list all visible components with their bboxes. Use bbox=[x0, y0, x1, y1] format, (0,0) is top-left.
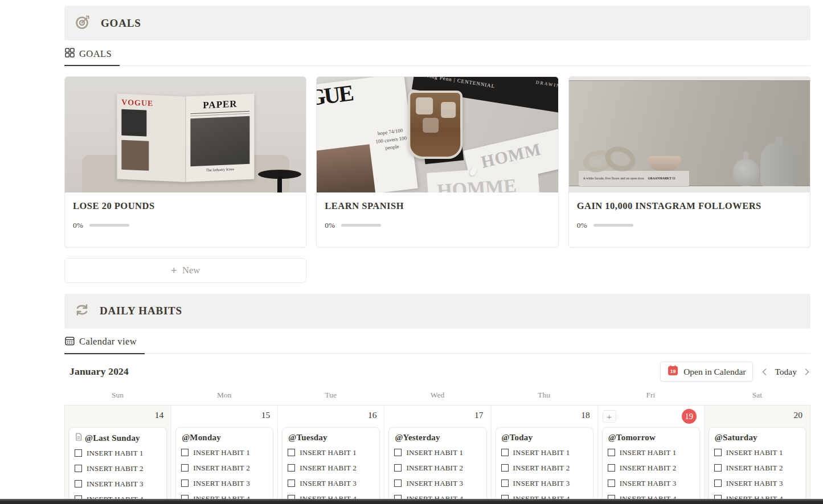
habit-row[interactable]: INSERT HABIT 1 bbox=[181, 445, 268, 460]
newspaper-shape: VOGUE PAPER The Industry Icons bbox=[117, 95, 254, 181]
habit-checkbox[interactable] bbox=[75, 465, 82, 472]
shelf-top-edge bbox=[569, 77, 810, 81]
habit-row[interactable]: INSERT HABIT 2 bbox=[501, 460, 588, 476]
habit-card-tomorrow[interactable]: @Tomorrow INSERT HABIT 1 INSERT HABIT 2 … bbox=[602, 427, 700, 504]
calendar-cell-sat-20[interactable]: 20 @Saturday INSERT HABIT 1 INSERT HABIT… bbox=[704, 405, 810, 504]
calendar-cell-sun-14[interactable]: 14 @Last Sunday INSERT HABIT 1 bbox=[64, 405, 171, 504]
chevron-right-icon[interactable] bbox=[804, 368, 810, 376]
habit-checkbox[interactable] bbox=[501, 480, 509, 487]
calendar-cell-fri-19[interactable]: + 19 @Tomorrow INSERT HABIT 1 INSERT HAB… bbox=[597, 405, 704, 504]
chain-sculpture-shape bbox=[602, 142, 638, 175]
habit-row[interactable]: INSERT HABIT 2 bbox=[75, 461, 162, 476]
vogue-masthead: VOGUE bbox=[121, 98, 181, 110]
habit-checkbox[interactable] bbox=[608, 449, 615, 456]
habit-row[interactable]: INSERT HABIT 3 bbox=[394, 476, 481, 491]
habit-row[interactable]: INSERT HABIT 1 bbox=[714, 445, 801, 460]
habit-checkbox[interactable] bbox=[714, 480, 722, 487]
habit-row[interactable]: INSERT HABIT 1 bbox=[75, 445, 162, 461]
goal-progress-bar bbox=[89, 224, 129, 227]
habit-row[interactable]: INSERT HABIT 3 bbox=[75, 476, 162, 491]
bottom-edge-bar bbox=[0, 499, 823, 504]
habit-row[interactable]: INSERT HABIT 2 bbox=[181, 460, 268, 476]
habit-row[interactable]: INSERT HABIT 3 bbox=[288, 476, 375, 491]
habit-checkbox[interactable] bbox=[181, 449, 189, 456]
homme-magazine: HOMME bbox=[427, 165, 539, 192]
habit-checkbox[interactable] bbox=[394, 449, 402, 456]
habit-checkbox[interactable] bbox=[501, 449, 509, 456]
habit-checkbox[interactable] bbox=[394, 480, 402, 487]
dow-label: Sat bbox=[704, 391, 810, 400]
date-number: 15 bbox=[261, 410, 271, 420]
habit-row[interactable]: INSERT HABIT 3 bbox=[608, 476, 695, 491]
habit-card-saturday[interactable]: @Saturday INSERT HABIT 1 INSERT HABIT 2 … bbox=[709, 427, 806, 504]
habit-card-last-sunday[interactable]: @Last Sunday INSERT HABIT 1 INSERT HABIT… bbox=[69, 427, 167, 504]
habit-checkbox[interactable] bbox=[288, 464, 295, 472]
tab-calendar-view[interactable]: Calendar view bbox=[64, 336, 145, 354]
dow-label: Wed bbox=[384, 391, 490, 400]
add-event-button[interactable]: + bbox=[603, 410, 616, 423]
goal-title: LOSE 20 POUNDS bbox=[73, 200, 298, 212]
iced-coffee-glass bbox=[408, 91, 462, 159]
habit-checkbox[interactable] bbox=[288, 449, 295, 456]
chevron-left-icon[interactable] bbox=[761, 368, 768, 376]
goals-section: GOALS GOALS bbox=[64, 6, 810, 283]
habit-row[interactable]: INSERT HABIT 1 bbox=[288, 445, 375, 460]
daily-habits-banner-title: DAILY HABITS bbox=[100, 305, 182, 317]
habit-row[interactable]: INSERT HABIT 3 bbox=[501, 476, 588, 491]
habit-row[interactable]: INSERT HABIT 3 bbox=[714, 476, 801, 491]
habit-card-yesterday[interactable]: @Yesterday INSERT HABIT 1 INSERT HABIT 2… bbox=[388, 427, 486, 504]
goals-banner-title: GOALS bbox=[101, 17, 141, 30]
goal-card-photo-flatlay: DRAWING Irving Penn | CENTENNIAL GUE hop… bbox=[317, 77, 558, 192]
habit-card-title: @Saturday bbox=[715, 433, 758, 442]
shelf-shape bbox=[569, 186, 810, 192]
habit-checkbox[interactable] bbox=[501, 464, 509, 472]
goal-card-lose-20-pounds[interactable]: VOGUE PAPER The Industry Icons bbox=[64, 76, 306, 248]
date-number: 18 bbox=[581, 410, 590, 420]
habit-row[interactable]: INSERT HABIT 2 bbox=[394, 460, 481, 476]
calendar-cell-wed-17[interactable]: 17 @Yesterday INSERT HABIT 1 INSERT HABI… bbox=[384, 405, 490, 504]
habit-checkbox[interactable] bbox=[714, 464, 722, 472]
habit-card-title: @Today bbox=[502, 433, 533, 442]
habit-card-title: @Tomorrow bbox=[608, 433, 656, 442]
habit-card-monday[interactable]: @Monday INSERT HABIT 1 INSERT HABIT 2 IN… bbox=[175, 427, 273, 504]
paper-caption: The Industry Icons bbox=[190, 166, 249, 173]
goal-progress: 0% bbox=[577, 221, 802, 230]
habit-card-title: @Last Sunday bbox=[85, 433, 140, 443]
habit-checkbox[interactable] bbox=[75, 480, 82, 487]
habit-row[interactable]: INSERT HABIT 3 bbox=[181, 476, 268, 491]
habit-row[interactable]: INSERT HABIT 2 bbox=[608, 460, 695, 476]
goal-title: LEARN SPANISH bbox=[325, 200, 550, 212]
habit-checkbox[interactable] bbox=[608, 464, 615, 472]
habit-row[interactable]: INSERT HABIT 1 bbox=[501, 445, 588, 460]
tab-goals-gallery[interactable]: GOALS bbox=[64, 48, 120, 66]
habit-row[interactable]: INSERT HABIT 1 bbox=[394, 445, 481, 460]
habit-card-today[interactable]: @Today INSERT HABIT 1 INSERT HABIT 2 INS… bbox=[496, 427, 593, 504]
red-calendar-19-icon: 19 bbox=[668, 365, 678, 378]
date-number: 20 bbox=[793, 410, 802, 420]
habit-checkbox[interactable] bbox=[394, 464, 402, 472]
open-in-calendar-button[interactable]: 19 Open in Calendar bbox=[660, 362, 753, 382]
habit-checkbox[interactable] bbox=[181, 464, 189, 472]
habit-row[interactable]: INSERT HABIT 2 bbox=[714, 460, 801, 476]
goal-progress-label: 0% bbox=[73, 221, 83, 230]
habit-checkbox[interactable] bbox=[288, 480, 295, 487]
flat-book-shape: A white facade, five floors and an open … bbox=[579, 171, 690, 186]
calendar-cell-tue-16[interactable]: 16 @Tuesday INSERT HABIT 1 INSERT HABIT … bbox=[277, 405, 384, 504]
habit-checkbox[interactable] bbox=[608, 480, 615, 487]
goal-card-gain-followers[interactable]: A white facade, five floors and an open … bbox=[568, 76, 810, 248]
new-goal-button[interactable]: + New bbox=[64, 258, 306, 283]
goal-card-learn-spanish[interactable]: DRAWING Irving Penn | CENTENNIAL GUE hop… bbox=[316, 76, 558, 248]
habit-row[interactable]: INSERT HABIT 1 bbox=[608, 445, 695, 460]
calendar-cell-thu-18[interactable]: 18 @Today INSERT HABIT 1 INSERT HABIT 2 … bbox=[491, 405, 597, 504]
vogue-cropped-masthead: GUE bbox=[317, 77, 403, 109]
habit-row[interactable]: INSERT HABIT 2 bbox=[288, 460, 375, 476]
open-in-calendar-label: Open in Calendar bbox=[683, 367, 746, 377]
habit-checkbox[interactable] bbox=[75, 449, 82, 457]
gallery-icon bbox=[65, 48, 75, 60]
habit-checkbox[interactable] bbox=[714, 449, 722, 456]
goal-card-photo-newspaper: VOGUE PAPER The Industry Icons bbox=[65, 77, 306, 192]
habit-checkbox[interactable] bbox=[181, 480, 189, 487]
calendar-cell-mon-15[interactable]: 15 @Monday INSERT HABIT 1 INSERT HABIT 2… bbox=[171, 405, 277, 504]
habit-card-tuesday[interactable]: @Tuesday INSERT HABIT 1 INSERT HABIT 2 I… bbox=[282, 427, 380, 504]
today-button[interactable]: Today bbox=[775, 367, 797, 377]
